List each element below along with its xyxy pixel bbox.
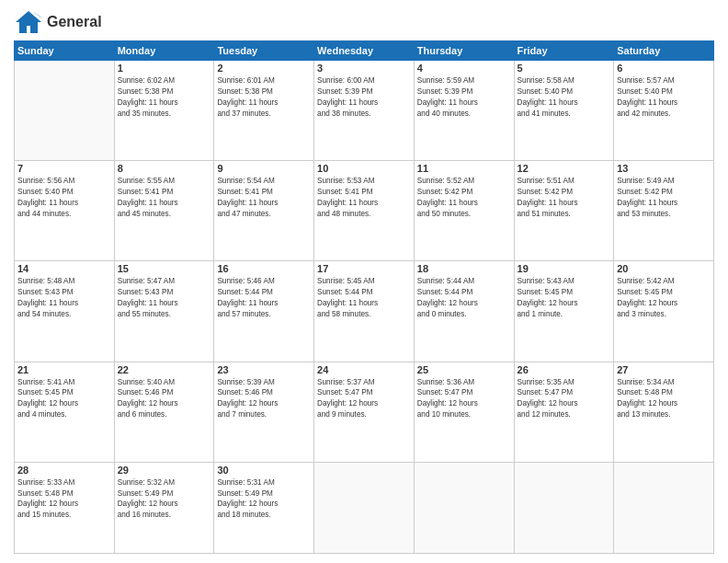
day-info: Sunrise: 5:58 AMSunset: 5:40 PMDaylight:… [518, 75, 611, 120]
col-header-wednesday: Wednesday [314, 41, 415, 61]
calendar-week-2: 14Sunrise: 5:48 AMSunset: 5:43 PMDayligh… [15, 261, 714, 362]
day-info: Sunrise: 5:55 AMSunset: 5:41 PMDaylight:… [118, 176, 211, 220]
calendar-cell: 13Sunrise: 5:49 AMSunset: 5:42 PMDayligh… [614, 161, 714, 261]
day-number: 18 [417, 263, 511, 274]
day-number: 7 [17, 163, 111, 174]
calendar-cell: 19Sunrise: 5:43 AMSunset: 5:45 PMDayligh… [514, 261, 614, 362]
day-info: Sunrise: 6:01 AMSunset: 5:38 PMDaylight:… [217, 75, 311, 120]
calendar-cell: 8Sunrise: 5:55 AMSunset: 5:41 PMDaylight… [114, 161, 214, 261]
day-info: Sunrise: 5:42 AMSunset: 5:45 PMDaylight:… [617, 276, 711, 320]
logo: General [14, 9, 102, 35]
day-info: Sunrise: 5:37 AMSunset: 5:47 PMDaylight:… [317, 377, 411, 421]
day-number: 4 [417, 63, 511, 74]
page: General SundayMondayTuesdayWednesdayThur… [0, 0, 728, 563]
svg-marker-0 [16, 11, 41, 33]
calendar-cell: 17Sunrise: 5:45 AMSunset: 5:44 PMDayligh… [314, 261, 415, 362]
day-number: 8 [118, 163, 211, 174]
day-info: Sunrise: 5:36 AMSunset: 5:47 PMDaylight:… [417, 377, 511, 421]
day-number: 20 [617, 263, 711, 274]
day-info: Sunrise: 5:39 AMSunset: 5:46 PMDaylight:… [217, 377, 311, 421]
calendar-cell [15, 61, 115, 161]
day-number: 21 [17, 364, 111, 375]
col-header-monday: Monday [114, 41, 214, 61]
calendar-cell: 10Sunrise: 5:53 AMSunset: 5:41 PMDayligh… [314, 161, 415, 261]
day-info: Sunrise: 6:02 AMSunset: 5:38 PMDaylight:… [118, 75, 211, 120]
day-number: 9 [217, 163, 311, 174]
calendar-cell: 5Sunrise: 5:58 AMSunset: 5:40 PMDaylight… [514, 61, 614, 161]
day-number: 19 [518, 263, 611, 274]
day-info: Sunrise: 5:31 AMSunset: 5:49 PMDaylight:… [217, 477, 311, 522]
calendar-cell: 25Sunrise: 5:36 AMSunset: 5:47 PMDayligh… [414, 362, 514, 462]
day-info: Sunrise: 5:48 AMSunset: 5:43 PMDaylight:… [17, 276, 111, 320]
calendar-cell: 11Sunrise: 5:52 AMSunset: 5:42 PMDayligh… [414, 161, 514, 261]
day-number: 16 [217, 263, 311, 274]
calendar-cell: 7Sunrise: 5:56 AMSunset: 5:40 PMDaylight… [15, 161, 115, 261]
day-number: 15 [118, 263, 211, 274]
calendar-cell [614, 462, 714, 553]
day-number: 29 [118, 465, 211, 476]
day-number: 10 [317, 163, 411, 174]
calendar-cell: 9Sunrise: 5:54 AMSunset: 5:41 PMDaylight… [214, 161, 314, 261]
calendar-cell: 14Sunrise: 5:48 AMSunset: 5:43 PMDayligh… [15, 261, 115, 362]
day-number: 2 [217, 63, 311, 74]
day-info: Sunrise: 5:51 AMSunset: 5:42 PMDaylight:… [518, 176, 611, 220]
calendar-cell: 26Sunrise: 5:35 AMSunset: 5:47 PMDayligh… [514, 362, 614, 462]
calendar-week-4: 28Sunrise: 5:33 AMSunset: 5:48 PMDayligh… [15, 462, 714, 553]
calendar-cell: 3Sunrise: 6:00 AMSunset: 5:39 PMDaylight… [314, 61, 415, 161]
day-number: 3 [317, 63, 411, 74]
calendar-table: SundayMondayTuesdayWednesdayThursdayFrid… [14, 40, 714, 554]
calendar-week-3: 21Sunrise: 5:41 AMSunset: 5:45 PMDayligh… [15, 362, 714, 462]
day-info: Sunrise: 6:00 AMSunset: 5:39 PMDaylight:… [317, 75, 411, 120]
calendar-cell: 16Sunrise: 5:46 AMSunset: 5:44 PMDayligh… [214, 261, 314, 362]
day-info: Sunrise: 5:47 AMSunset: 5:43 PMDaylight:… [118, 276, 211, 320]
calendar-week-0: 1Sunrise: 6:02 AMSunset: 5:38 PMDaylight… [15, 61, 714, 161]
day-number: 26 [518, 364, 611, 375]
calendar-cell: 21Sunrise: 5:41 AMSunset: 5:45 PMDayligh… [15, 362, 115, 462]
day-number: 6 [617, 63, 711, 74]
day-number: 14 [17, 263, 111, 274]
col-header-thursday: Thursday [414, 41, 514, 61]
col-header-tuesday: Tuesday [214, 41, 314, 61]
logo-text: General [47, 14, 102, 30]
day-number: 1 [118, 63, 211, 74]
day-info: Sunrise: 5:34 AMSunset: 5:48 PMDaylight:… [617, 377, 711, 421]
calendar-cell: 2Sunrise: 6:01 AMSunset: 5:38 PMDaylight… [214, 61, 314, 161]
day-info: Sunrise: 5:35 AMSunset: 5:47 PMDaylight:… [518, 377, 611, 421]
day-info: Sunrise: 5:46 AMSunset: 5:44 PMDaylight:… [217, 276, 311, 320]
day-number: 5 [518, 63, 611, 74]
calendar-cell: 1Sunrise: 6:02 AMSunset: 5:38 PMDaylight… [114, 61, 214, 161]
day-info: Sunrise: 5:53 AMSunset: 5:41 PMDaylight:… [317, 176, 411, 220]
day-info: Sunrise: 5:56 AMSunset: 5:40 PMDaylight:… [17, 176, 111, 220]
day-info: Sunrise: 5:59 AMSunset: 5:39 PMDaylight:… [417, 75, 511, 120]
day-info: Sunrise: 5:54 AMSunset: 5:41 PMDaylight:… [217, 176, 311, 220]
day-number: 28 [17, 465, 111, 476]
calendar-header-row: SundayMondayTuesdayWednesdayThursdayFrid… [15, 41, 714, 61]
calendar-cell: 24Sunrise: 5:37 AMSunset: 5:47 PMDayligh… [314, 362, 415, 462]
calendar-cell: 27Sunrise: 5:34 AMSunset: 5:48 PMDayligh… [614, 362, 714, 462]
day-number: 24 [317, 364, 411, 375]
day-info: Sunrise: 5:40 AMSunset: 5:46 PMDaylight:… [118, 377, 211, 421]
calendar-week-1: 7Sunrise: 5:56 AMSunset: 5:40 PMDaylight… [15, 161, 714, 261]
day-info: Sunrise: 5:52 AMSunset: 5:42 PMDaylight:… [417, 176, 511, 220]
header: General [14, 9, 714, 35]
calendar-cell: 4Sunrise: 5:59 AMSunset: 5:39 PMDaylight… [414, 61, 514, 161]
day-number: 17 [317, 263, 411, 274]
col-header-friday: Friday [514, 41, 614, 61]
calendar-cell: 30Sunrise: 5:31 AMSunset: 5:49 PMDayligh… [214, 462, 314, 553]
day-number: 27 [617, 364, 711, 375]
day-info: Sunrise: 5:44 AMSunset: 5:44 PMDaylight:… [417, 276, 511, 320]
day-number: 23 [217, 364, 311, 375]
day-number: 22 [118, 364, 211, 375]
calendar-cell: 20Sunrise: 5:42 AMSunset: 5:45 PMDayligh… [614, 261, 714, 362]
col-header-sunday: Sunday [15, 41, 115, 61]
calendar-cell: 22Sunrise: 5:40 AMSunset: 5:46 PMDayligh… [114, 362, 214, 462]
day-info: Sunrise: 5:32 AMSunset: 5:49 PMDaylight:… [118, 477, 211, 522]
calendar-cell [514, 462, 614, 553]
day-info: Sunrise: 5:33 AMSunset: 5:48 PMDaylight:… [17, 477, 111, 522]
day-number: 11 [417, 163, 511, 174]
calendar-cell [414, 462, 514, 553]
day-info: Sunrise: 5:45 AMSunset: 5:44 PMDaylight:… [317, 276, 411, 320]
day-number: 12 [518, 163, 611, 174]
calendar-cell: 15Sunrise: 5:47 AMSunset: 5:43 PMDayligh… [114, 261, 214, 362]
day-info: Sunrise: 5:43 AMSunset: 5:45 PMDaylight:… [518, 276, 611, 320]
